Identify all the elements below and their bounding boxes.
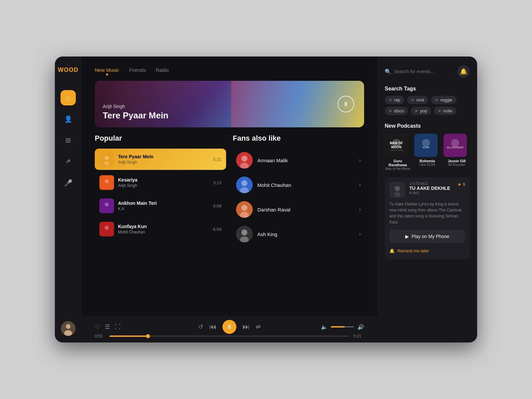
svg-rect-2: [66, 142, 71, 143]
tag-x-disco[interactable]: ✕: [389, 109, 392, 113]
fan-chevron-ash: ›: [359, 231, 361, 237]
tags-grid: ✕rap ✕rock ✕reggie ✕disco ✕pop ✕indie: [385, 96, 470, 115]
progress-dot: [146, 334, 150, 338]
player-left-controls: ♡ ☰ ⛶: [95, 323, 121, 331]
sidebar-item-home[interactable]: ⌂: [61, 90, 76, 105]
loop-button[interactable]: ↺: [198, 323, 203, 331]
podcast-item-guru[interactable]: MAN OFMOON Guru Randhawa Man of the Moon: [385, 134, 411, 171]
tag-rock[interactable]: ✕rock: [407, 96, 429, 104]
podcast-item-bohemia[interactable]: ICON Bohemia I Am ICON: [414, 134, 441, 171]
podcast-sub-bohemia: I Am ICON: [414, 163, 441, 167]
track-thumb-tere: [99, 152, 114, 167]
top-navigation: New Music Friends Radio: [81, 57, 377, 77]
track-duration-ankhon: 4:08: [213, 203, 221, 208]
nav-radio[interactable]: Radio: [156, 66, 169, 74]
fan-avatar-armaan: [236, 152, 253, 169]
fan-item-mohit[interactable]: Mohit Chauhan ›: [233, 173, 364, 197]
hero-banner[interactable]: Arijit Singh Tere Pyaar Mein ⏸: [95, 81, 364, 127]
main-content: New Music Friends Radio Arijit Singh Ter…: [81, 57, 377, 342]
tag-label-reggie: reggie: [440, 97, 452, 102]
hero-text: Arijit Singh Tere Pyaar Mein: [103, 104, 169, 121]
search-input[interactable]: [394, 69, 454, 74]
svg-point-4: [66, 324, 70, 329]
logo-text: WOOD: [58, 66, 78, 73]
notification-button[interactable]: 🔔: [457, 65, 470, 78]
volume-fill: [331, 326, 345, 328]
svg-text:ICON: ICON: [423, 146, 429, 149]
track-thumb-kesariya: [99, 175, 114, 190]
tag-x-rap[interactable]: ✕: [389, 98, 392, 102]
volume-bar[interactable]: [331, 326, 354, 328]
svg-rect-1: [66, 140, 71, 141]
tag-x-indie[interactable]: ✕: [438, 109, 441, 113]
search-input-wrap: 🔍: [385, 68, 454, 75]
listened-thumb: [389, 182, 405, 198]
svg-rect-29: [390, 150, 403, 151]
total-time: 5:21: [353, 334, 364, 338]
hero-play-button[interactable]: ⏸: [337, 96, 354, 112]
tag-reggie[interactable]: ✕reggie: [431, 96, 456, 104]
listened-info: LISTENED TU AAKE DEKHLE KING: [409, 182, 454, 195]
listened-card: LISTENED TU AAKE DEKHLE KING ★ 9 Tu Aake…: [385, 177, 470, 259]
remind-later-button[interactable]: 🔔 Remind me later: [389, 247, 429, 255]
tag-rap[interactable]: ✕rap: [385, 96, 404, 104]
sidebar-item-likes[interactable]: [61, 154, 76, 169]
track-list: Tere Pyaar Mein Arijit Singh 5:21 Kesa: [95, 149, 226, 240]
track-item-tere[interactable]: Tere Pyaar Mein Arijit Singh 5:21: [95, 149, 226, 170]
queue-button[interactable]: ☰: [105, 323, 110, 331]
track-name-ankhon: Ankhon Main Teri: [118, 200, 209, 206]
player-progress-row: 0:53 5:21: [95, 334, 364, 338]
tag-x-reggie[interactable]: ✕: [435, 98, 438, 102]
fan-item-ash[interactable]: Ash King ›: [233, 222, 364, 246]
app-container: WOOD ⌂ 👤 🎤: [55, 57, 477, 342]
sidebar-item-profile[interactable]: 👤: [61, 111, 76, 127]
user-avatar[interactable]: [61, 321, 75, 336]
track-thumb-ankhon: [99, 199, 114, 213]
tag-label-indie: indie: [443, 108, 452, 113]
nav-friends[interactable]: Friends: [129, 66, 146, 74]
expand-button[interactable]: ⛶: [115, 324, 121, 331]
svg-point-12: [105, 202, 109, 206]
tag-label-rock: rock: [416, 97, 425, 102]
sidebar-item-mic[interactable]: 🎤: [61, 175, 76, 191]
hero-title: Tere Pyaar Mein: [103, 110, 169, 121]
controls-wrapper: ♡ ☰ ⛶ ↺ ⏮ ⏸ ⏭ ⇌ 🔈 🔊: [95, 320, 364, 334]
track-item-ankhon[interactable]: Ankhon Main Teri K.K 4:08: [95, 195, 226, 216]
tag-pop[interactable]: ✕pop: [411, 107, 431, 115]
vol-high-icon: 🔊: [357, 324, 364, 330]
player-center-controls: ↺ ⏮ ⏸ ⏭ ⇌: [198, 320, 261, 334]
prev-button[interactable]: ⏮: [209, 323, 216, 331]
tag-disco[interactable]: ✕disco: [385, 107, 408, 115]
nav-new-music[interactable]: New Music: [95, 66, 119, 74]
fan-item-darshan[interactable]: Darshan Raval ›: [233, 198, 364, 221]
play-on-phone-button[interactable]: ▶ Play on My Phone: [389, 230, 465, 243]
fan-name-ash: Ash King: [257, 231, 354, 237]
fans-section: Fans also like Armaan Malik ›: [226, 134, 364, 316]
progress-bar[interactable]: [109, 335, 349, 337]
podcast-name-bohemia: Bohemia: [414, 159, 441, 163]
sidebar-item-library[interactable]: [61, 133, 76, 148]
tag-indie[interactable]: ✕indie: [434, 107, 456, 115]
podcast-item-jassie[interactable]: ALL ROUNDER Jassie Gill All Rounder: [444, 134, 470, 171]
track-item-kunfaya[interactable]: Kunfaya Kun Mohit Chauhan 6:56: [95, 218, 226, 240]
tag-x-pop[interactable]: ✕: [415, 109, 418, 113]
podcast-sub-jassie: All Rounder: [444, 163, 470, 167]
track-item-kesariya[interactable]: Kesariya Arijit Singh 3:13: [95, 172, 226, 193]
fan-item-armaan[interactable]: Armaan Malik ›: [233, 149, 364, 172]
svg-point-40: [394, 192, 401, 197]
shuffle-button[interactable]: ⇌: [256, 323, 261, 331]
podcast-cover-jassie: ALL ROUNDER: [444, 134, 467, 157]
fan-chevron-mohit: ›: [359, 182, 361, 188]
play-pause-button[interactable]: ⏸: [222, 320, 236, 334]
fan-avatar-mohit: [236, 177, 253, 193]
fan-avatar-ash: [236, 226, 253, 242]
tag-x-rock[interactable]: ✕: [411, 98, 414, 102]
like-button[interactable]: ♡: [95, 323, 100, 331]
hero-artist: Arijit Singh: [103, 104, 169, 109]
next-button[interactable]: ⏭: [242, 323, 250, 331]
app-logo: WOOD: [58, 66, 78, 73]
listened-header: LISTENED TU AAKE DEKHLE KING ★ 9: [389, 182, 465, 198]
fan-avatar-darshan: [236, 201, 253, 218]
fan-name-darshan: Darshan Raval: [257, 207, 354, 212]
rating-value: 9: [463, 182, 465, 187]
